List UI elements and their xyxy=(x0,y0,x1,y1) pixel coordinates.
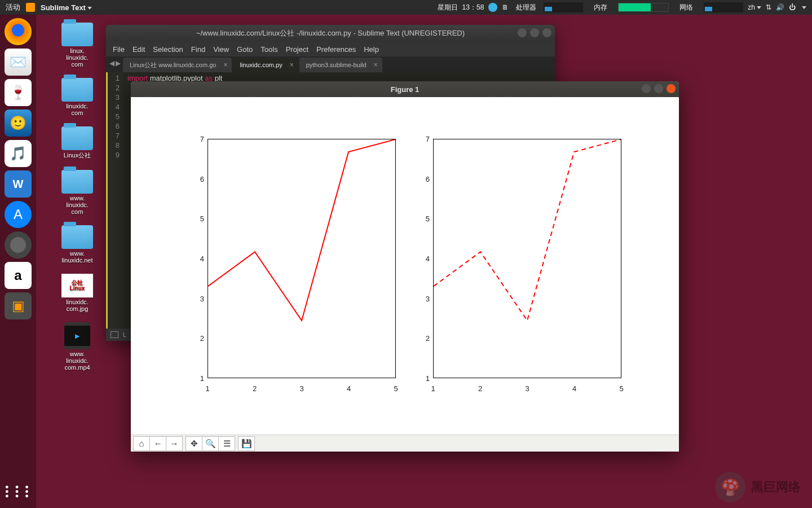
editor-tab[interactable]: linuxidc.com.py× xyxy=(233,58,298,72)
subplot-1: 123456712345 xyxy=(176,131,401,401)
menu-file[interactable]: File xyxy=(113,45,125,54)
editor-tab[interactable]: Linux公社 www.linuxidc.com.go× xyxy=(123,58,232,72)
desktop-item-label: linuxidc. com.jpg xyxy=(66,299,89,312)
desktop-item[interactable]: Linux公社 xyxy=(46,126,108,160)
menu-preferences[interactable]: Preferences xyxy=(316,45,356,54)
finder-icon[interactable]: 🙂 xyxy=(5,110,32,137)
folder-icon xyxy=(61,78,93,102)
watermark-icon: 🍄 xyxy=(715,472,745,502)
wine-icon[interactable]: 🍷 xyxy=(5,79,32,106)
forward-button[interactable]: → xyxy=(166,436,183,451)
save-button[interactable]: 💾 xyxy=(238,436,255,451)
tab-close-icon[interactable]: × xyxy=(223,61,227,69)
home-button[interactable]: ⌂ xyxy=(133,436,150,451)
video-thumb-icon: ▶ xyxy=(64,322,90,349)
desktop-item[interactable]: www. linuxidc. com xyxy=(46,170,108,215)
ytick: 4 xyxy=(176,255,204,263)
menu-help[interactable]: Help xyxy=(364,45,379,54)
desktop-item-label: www. linuxidc. com xyxy=(66,195,89,215)
net-graph xyxy=(704,2,743,12)
menu-edit[interactable]: Edit xyxy=(133,45,145,54)
zoom-button[interactable]: 🔍 xyxy=(202,436,219,451)
xtick: 2 xyxy=(478,384,482,393)
power-icon[interactable]: ⏻ xyxy=(789,3,796,11)
ytick: 6 xyxy=(176,174,204,183)
matplotlib-toolbar: ⌂ ← → ✥ 🔍 ☰ 💾 xyxy=(131,435,679,452)
back-button[interactable]: ← xyxy=(149,436,166,451)
minimize-icon[interactable] xyxy=(518,28,527,37)
desktop-item[interactable]: 公社 Linuxlinuxidc. com.jpg xyxy=(46,274,108,312)
menu-tools[interactable]: Tools xyxy=(261,45,277,54)
amazon-icon[interactable]: a xyxy=(5,262,32,289)
gnome-topbar: 活动 Sublime Text 星期日 13：58 🗎 处理器 内存 网络 zh… xyxy=(0,0,812,15)
word-icon[interactable]: W xyxy=(5,170,32,198)
network-icon[interactable]: ⇅ xyxy=(766,3,771,11)
tab-label: python3.sublime-build xyxy=(306,62,367,68)
tab-close-icon[interactable]: × xyxy=(374,61,378,69)
mail-icon[interactable]: ✉️ xyxy=(5,49,32,76)
music-icon[interactable]: 🎵 xyxy=(5,140,32,167)
desktop-item[interactable]: linuxidc. com xyxy=(46,78,108,116)
desktop-item[interactable]: ▶www. linuxidc. com.mp4 xyxy=(46,322,108,371)
firefox-icon[interactable] xyxy=(5,18,32,45)
ytick: 4 xyxy=(401,255,430,263)
weather-icon[interactable] xyxy=(488,3,497,12)
panel-icon[interactable] xyxy=(111,331,118,338)
desktop-item-label: linux. linuxidc. com xyxy=(66,47,89,68)
maximize-icon[interactable] xyxy=(654,84,663,93)
editor-tab[interactable]: python3.sublime-build× xyxy=(299,58,382,72)
app-menu[interactable]: Sublime Text xyxy=(41,3,92,12)
ytick: 3 xyxy=(401,294,430,303)
desktop-item[interactable]: www. linuxidc.net xyxy=(46,225,108,264)
sublime-titlebar[interactable]: ~/www.linuxidc.com/Linux公社 -/linuxidc.co… xyxy=(106,25,555,42)
lang-indicator[interactable]: zh xyxy=(748,3,761,11)
menu-project[interactable]: Project xyxy=(286,45,308,54)
close-icon[interactable] xyxy=(542,28,551,37)
sublime-menubar: FileEditSelectionFindViewGotoToolsProjec… xyxy=(106,42,555,56)
watermark: 🍄 黑巨网络 xyxy=(715,472,801,502)
folder-icon xyxy=(61,23,93,46)
desktop-icons: linux. linuxidc. comlinuxidc. comLinux公社… xyxy=(46,23,108,371)
line-gutter: 123456789 xyxy=(106,72,123,329)
configure-button[interactable]: ☰ xyxy=(218,436,235,451)
net-label: 网络 xyxy=(673,2,699,12)
ytick: 1 xyxy=(176,374,204,383)
menu-selection[interactable]: Selection xyxy=(153,45,183,54)
xtick: 1 xyxy=(205,384,209,393)
mem-graph xyxy=(618,3,669,12)
launcher-dock: ✉️ 🍷 🙂 🎵 W A a ▣ ● ● ●● ● ●● ● ● xyxy=(0,15,36,508)
tab-label: Linux公社 www.linuxidc.com.go xyxy=(130,61,216,69)
desktop-item-label: linuxidc. com xyxy=(66,103,89,116)
desktop-item-label: www. linuxidc.net xyxy=(61,250,92,264)
menu-view[interactable]: View xyxy=(213,45,229,54)
tab-prev-icon[interactable]: ◀ xyxy=(109,59,114,67)
maximize-icon[interactable] xyxy=(530,28,539,37)
xtick: 5 xyxy=(619,384,623,393)
apps-grid-icon[interactable]: ● ● ●● ● ●● ● ● xyxy=(5,484,31,498)
figure-titlebar[interactable]: Figure 1 xyxy=(131,81,679,97)
folder-icon xyxy=(61,170,93,194)
matplotlib-figure-window: Figure 1 123456712345123456712345 ⌂ ← → … xyxy=(131,81,679,452)
appstore-icon[interactable]: A xyxy=(5,201,32,228)
xtick: 3 xyxy=(525,384,529,393)
settings-icon[interactable] xyxy=(5,231,32,259)
menu-find[interactable]: Find xyxy=(191,45,205,54)
menu-goto[interactable]: Goto xyxy=(237,45,253,54)
ytick: 2 xyxy=(176,334,204,343)
pan-button[interactable]: ✥ xyxy=(186,436,202,451)
desktop-item[interactable]: linux. linuxidc. com xyxy=(46,23,108,68)
axes xyxy=(208,139,396,378)
subplot-2: 123456712345 xyxy=(401,131,627,401)
sublime-launcher-icon[interactable]: ▣ xyxy=(5,292,32,319)
close-icon[interactable] xyxy=(667,84,676,93)
doc-icon[interactable]: 🗎 xyxy=(502,3,509,11)
tab-next-icon[interactable]: ▶ xyxy=(116,59,121,67)
volume-icon[interactable]: 🔊 xyxy=(776,3,784,11)
system-menu-chevron-icon[interactable] xyxy=(802,6,806,9)
ytick: 7 xyxy=(401,135,430,143)
window-title: ~/www.linuxidc.com/Linux公社 -/linuxidc.co… xyxy=(196,28,465,38)
ytick: 7 xyxy=(176,135,204,143)
tab-close-icon[interactable]: × xyxy=(290,61,294,69)
activities-button[interactable]: 活动 xyxy=(6,2,20,12)
minimize-icon[interactable] xyxy=(642,84,651,93)
